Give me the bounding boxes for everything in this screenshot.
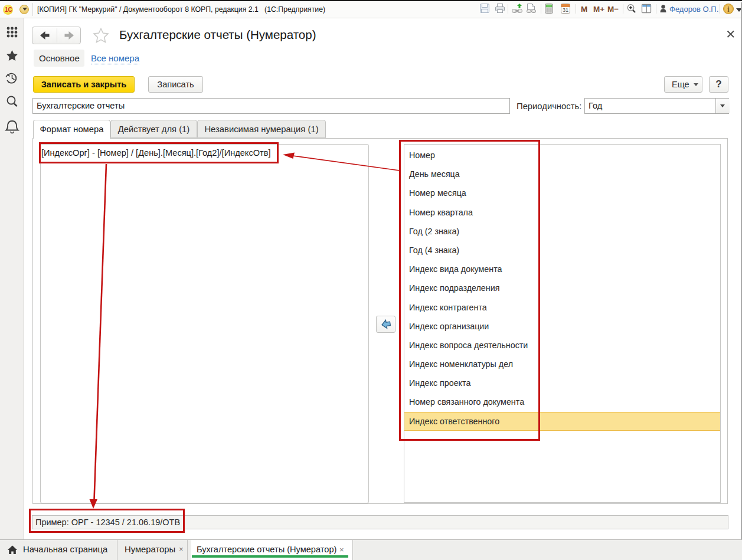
svg-text:М: М bbox=[581, 5, 587, 14]
svg-text:Федоров О.П.: Федоров О.П. bbox=[669, 5, 718, 14]
svg-text:31: 31 bbox=[563, 7, 568, 13]
svg-text:М+: М+ bbox=[593, 5, 604, 14]
svg-text:М−: М− bbox=[607, 5, 619, 14]
